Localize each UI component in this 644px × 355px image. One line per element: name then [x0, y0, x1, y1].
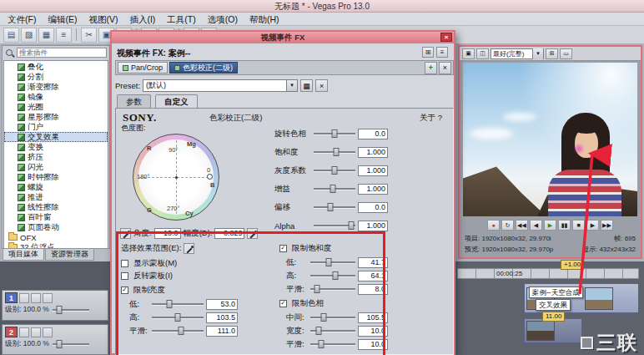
slider-thumb[interactable] — [56, 306, 62, 314]
split-screen-icon[interactable]: ◫ — [476, 48, 489, 59]
track-level-slider[interactable] — [53, 305, 89, 315]
slider-thumb[interactable] — [332, 271, 338, 280]
about-button[interactable]: 关于 ? — [420, 113, 442, 124]
invert-mask-checkbox[interactable] — [121, 272, 128, 280]
luma-smooth-slider[interactable] — [152, 326, 204, 336]
sat-high-value[interactable]: 64.1 — [358, 271, 388, 281]
sat-low-value[interactable]: 41.7 — [358, 257, 388, 268]
overlay-grid-icon[interactable]: ⊞ — [546, 48, 558, 59]
track-number-badge[interactable]: 1 — [5, 292, 18, 303]
transition-item[interactable]: 光圈 — [4, 102, 108, 112]
slider-thumb[interactable] — [167, 300, 173, 308]
transition-item[interactable]: 门户 — [4, 122, 108, 132]
limit-hue-checkbox[interactable]: ✓ — [279, 300, 287, 307]
save-preset-icon[interactable]: ▦ — [300, 79, 313, 92]
preview-quality-select[interactable]: 最好(完整) ▾ — [491, 48, 544, 59]
gamma-slider[interactable] — [314, 165, 355, 175]
transition-item[interactable]: 推进 — [4, 192, 108, 202]
track-mute-icon[interactable] — [31, 293, 41, 303]
hue-width-value[interactable]: 10.0 — [358, 326, 388, 337]
transition-item[interactable]: 时钟擦除 — [4, 172, 108, 182]
track-level-slider[interactable] — [53, 339, 89, 349]
offset-value[interactable]: 0.0 — [358, 202, 388, 213]
add-fx-icon[interactable]: + — [425, 62, 437, 74]
alpha-slider[interactable] — [314, 221, 355, 231]
transition-item[interactable]: 星形擦除 — [4, 112, 108, 122]
alpha-value[interactable]: 1.000 — [358, 221, 388, 231]
transition-item[interactable]: 螺旋 — [4, 182, 108, 192]
track-header-1[interactable]: 1 级别: 100.0 % — [2, 290, 108, 321]
sat-smooth-slider[interactable] — [310, 284, 355, 294]
gain-value[interactable]: 1.000 — [358, 184, 388, 195]
folder-item-32bit-float[interactable]: 32 位浮点 — [4, 242, 108, 249]
rotate-hue-slider[interactable] — [314, 129, 355, 139]
hue-center-value[interactable]: 105.5 — [358, 312, 388, 323]
menu-item-tools[interactable]: 工具(T) — [161, 13, 201, 26]
project-properties-icon[interactable]: ≡ — [56, 28, 72, 43]
magnitude-value[interactable]: 0.829 — [214, 228, 244, 239]
plugin-chain-grid-icon[interactable]: ⊞ — [422, 47, 434, 58]
next-frame-icon[interactable]: ▶ — [586, 220, 599, 231]
loop-playback-icon[interactable]: ↻ — [501, 220, 514, 231]
eyedropper-icon[interactable] — [184, 243, 194, 254]
tab-custom[interactable]: 自定义 — [155, 94, 198, 108]
luma-low-value[interactable]: 53.0 — [206, 299, 238, 310]
transition-item[interactable]: 百叶窗 — [4, 212, 108, 222]
new-project-icon[interactable]: ▤ — [3, 28, 19, 43]
menu-item-view[interactable]: 视图(V) — [83, 13, 123, 26]
sat-high-slider[interactable] — [310, 271, 355, 281]
eyedropper-icon[interactable] — [120, 228, 131, 239]
transition-item[interactable]: 闪光 — [4, 162, 108, 172]
timeline-ruler[interactable]: 00:00:25 — [457, 268, 639, 279]
chain-item-pan-crop[interactable]: Pan/Crop — [118, 62, 168, 74]
show-mask-checkbox[interactable] — [121, 260, 128, 267]
dialog-titlebar[interactable]: 视频事件 FX × — [112, 32, 454, 43]
luma-high-slider[interactable] — [152, 312, 204, 322]
limit-luminance-checkbox[interactable]: ✓ — [121, 287, 128, 294]
external-monitor-icon[interactable]: ▭ — [560, 48, 572, 59]
video-event-2[interactable] — [524, 318, 582, 343]
hue-width-slider[interactable] — [310, 326, 355, 336]
track-number-badge[interactable]: 2 — [5, 327, 18, 337]
chevron-down-icon[interactable]: ▾ — [532, 48, 543, 59]
close-icon[interactable]: × — [440, 33, 452, 42]
sat-low-slider[interactable] — [310, 257, 355, 267]
eyedropper-icon[interactable] — [247, 228, 258, 239]
slider-thumb[interactable] — [178, 327, 184, 335]
transition-item[interactable]: 变换 — [4, 142, 108, 152]
menu-item-file[interactable]: 文件(F) — [2, 13, 42, 26]
chroma-color-wheel[interactable]: 90° 180° 270° 0 R Mg B Cy G — [133, 134, 219, 221]
open-project-icon[interactable]: ▨ — [21, 28, 37, 43]
record-icon[interactable]: ● — [487, 220, 500, 231]
menu-item-help[interactable]: 帮助(H) — [244, 13, 285, 26]
slider-thumb[interactable] — [334, 148, 340, 156]
play-icon[interactable]: ▶ — [544, 220, 556, 231]
track-header-2[interactable]: 2 级别: 100.0 % — [2, 324, 108, 355]
previous-frame-icon[interactable]: ◀ — [530, 220, 542, 231]
transition-item[interactable]: 页面卷动 — [4, 222, 108, 232]
tab-project-media[interactable]: 项目媒体 — [3, 249, 44, 261]
transition-item[interactable]: 镜像 — [4, 92, 108, 102]
track-solo-icon[interactable] — [43, 293, 53, 303]
limit-saturation-checkbox[interactable]: ✓ — [279, 245, 287, 252]
cut-icon[interactable]: ✂ — [81, 28, 97, 43]
menu-item-options[interactable]: 选项(O) — [202, 13, 244, 26]
offset-slider[interactable] — [314, 202, 355, 212]
transition-item[interactable]: 渐变擦除 — [4, 82, 108, 92]
go-to-end-icon[interactable]: ▶▶ — [601, 220, 613, 231]
preset-select[interactable]: (默认) ▾ — [143, 79, 298, 92]
saturation-slider[interactable] — [314, 147, 355, 157]
gain-slider[interactable] — [314, 184, 355, 194]
track-fx-icon[interactable] — [19, 293, 29, 303]
stop-icon[interactable]: ■ — [572, 220, 585, 231]
luma-smooth-value[interactable]: 111.0 — [206, 326, 238, 337]
slider-thumb[interactable] — [332, 166, 338, 175]
slider-thumb[interactable] — [328, 203, 334, 211]
plugin-search-input[interactable]: 搜索插件 — [17, 48, 107, 58]
transition-item[interactable]: 分割 — [4, 72, 108, 82]
plugin-chain-menu-icon[interactable]: ≡ — [436, 47, 448, 58]
chain-item-color-corrector-secondary[interactable]: 色彩校正(二级) — [169, 62, 238, 74]
preview-video-fx-icon[interactable]: ▣ — [462, 48, 475, 59]
saturation-value[interactable]: 1.000 — [358, 147, 388, 158]
rotate-hue-value[interactable]: 0.0 — [358, 129, 388, 139]
